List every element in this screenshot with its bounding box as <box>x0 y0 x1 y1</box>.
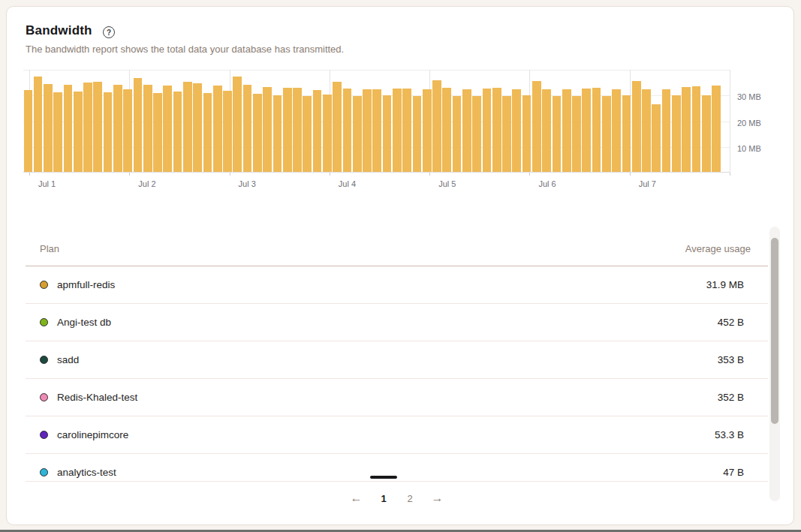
bandwidth-bar <box>453 96 462 172</box>
bandwidth-bar <box>263 87 272 172</box>
bandwidth-bar <box>64 85 73 172</box>
help-icon[interactable]: ? <box>103 26 115 38</box>
x-axis-label: Jul 2 <box>138 179 155 188</box>
average-usage-value: 31.9 MB <box>706 279 744 290</box>
bandwidth-bar <box>363 89 372 172</box>
bandwidth-bar <box>572 96 581 172</box>
bandwidth-bar <box>413 96 422 172</box>
x-axis-label: Jul 5 <box>438 179 456 188</box>
scrollbar-thumb[interactable] <box>771 238 778 424</box>
y-axis-label: 30 MB <box>737 92 761 101</box>
bandwidth-bar <box>173 92 182 172</box>
y-axis-label: 10 MB <box>737 144 761 153</box>
bandwidth-bar <box>582 89 591 172</box>
bandwidth-bar <box>93 82 102 172</box>
bandwidth-bar <box>602 96 611 172</box>
bandwidth-bar <box>442 88 451 172</box>
bandwidth-bar <box>652 104 661 172</box>
bandwidth-bar <box>44 84 53 172</box>
bandwidth-bar <box>432 80 441 172</box>
average-usage-value: 47 B <box>723 467 744 478</box>
bandwidth-card: Bandwidth ? The bandwidth report shows t… <box>6 6 794 525</box>
bandwidth-bar <box>622 95 631 172</box>
table-row[interactable]: carolinepimcore53.3 B <box>26 416 768 454</box>
bandwidth-bar <box>143 85 152 172</box>
column-header-average-usage: Average usage <box>685 243 751 254</box>
bandwidth-bar <box>313 90 322 172</box>
bandwidth-bar <box>542 89 551 172</box>
bandwidth-bar <box>522 95 531 172</box>
bandwidth-bar <box>333 82 342 172</box>
table-row[interactable]: Angi-test db452 B <box>26 304 768 341</box>
bandwidth-bar <box>702 95 711 172</box>
bandwidth-bar <box>163 86 172 172</box>
plan-color-dot <box>40 318 48 326</box>
bandwidth-bar <box>492 88 501 172</box>
bandwidth-bar <box>612 89 621 172</box>
plan-name: sadd <box>57 354 79 365</box>
x-axis-label: Jul 7 <box>639 179 656 188</box>
bandwidth-bar <box>393 89 402 172</box>
axis-tick <box>29 173 30 176</box>
average-usage-value: 353 B <box>718 354 744 365</box>
page-button-1[interactable]: 1 <box>371 493 397 504</box>
table-scrollbar[interactable] <box>769 227 780 501</box>
bandwidth-bar <box>642 89 651 172</box>
bandwidth-bar <box>113 85 122 172</box>
bandwidth-bar <box>74 92 83 172</box>
x-axis-label: Jul 4 <box>339 179 356 188</box>
bandwidth-bar <box>134 78 143 172</box>
bandwidth-bar <box>83 83 92 172</box>
bandwidth-bar <box>423 89 432 172</box>
bandwidth-bar <box>153 93 162 172</box>
axis-tick <box>330 173 330 176</box>
bandwidth-bar <box>672 95 681 172</box>
bandwidth-bar <box>243 85 252 172</box>
bandwidth-bar <box>123 89 132 172</box>
next-page-button[interactable]: → <box>423 491 452 505</box>
bandwidth-bar <box>53 92 62 172</box>
bandwidth-bar <box>472 96 481 172</box>
bandwidth-bar <box>213 86 222 172</box>
bandwidth-bar <box>462 89 471 172</box>
bandwidth-bar <box>104 92 113 172</box>
bandwidth-bar <box>512 89 521 172</box>
plan-color-dot <box>40 468 48 476</box>
bandwidth-bar <box>682 87 691 172</box>
axis-tick <box>230 173 230 176</box>
x-axis-label: Jul 3 <box>239 179 256 188</box>
axis-tick <box>529 173 530 176</box>
bandwidth-bar <box>402 89 411 172</box>
bandwidth-bar <box>253 94 262 172</box>
average-usage-value: 352 B <box>718 392 744 403</box>
page-title: Bandwidth <box>26 23 92 38</box>
bandwidth-bar <box>293 88 302 172</box>
bandwidth-chart[interactable] <box>23 70 730 173</box>
plan-color-dot <box>40 431 48 439</box>
bandwidth-bar <box>712 86 721 172</box>
bandwidth-bar <box>223 91 232 172</box>
x-axis-label: Jul 1 <box>38 179 56 188</box>
axis-tick <box>129 173 130 176</box>
bandwidth-bar <box>692 86 701 172</box>
table-row[interactable]: sadd353 B <box>26 341 768 379</box>
plan-name: carolinepimcore <box>57 429 128 440</box>
bandwidth-bar <box>283 88 292 172</box>
y-axis-label: 20 MB <box>737 119 761 128</box>
pagination: ←12→ <box>26 487 768 509</box>
bandwidth-bar <box>193 83 202 173</box>
previous-page-button[interactable]: ← <box>342 491 371 505</box>
bandwidth-bar <box>343 89 352 172</box>
bandwidth-bar <box>323 95 332 172</box>
bandwidth-bar <box>372 89 381 172</box>
average-usage-value: 452 B <box>718 317 744 328</box>
bandwidth-bar <box>632 81 641 172</box>
page-button-2[interactable]: 2 <box>397 493 423 504</box>
bandwidth-bar <box>203 93 212 172</box>
bandwidth-bar <box>34 77 43 172</box>
bandwidth-bar <box>24 90 33 172</box>
plan-color-dot <box>40 393 48 401</box>
table-row[interactable]: Redis-Khaled-test352 B <box>26 379 768 416</box>
table-row[interactable]: apmfull-redis31.9 MB <box>26 266 768 304</box>
plan-name: apmfull-redis <box>57 279 115 290</box>
